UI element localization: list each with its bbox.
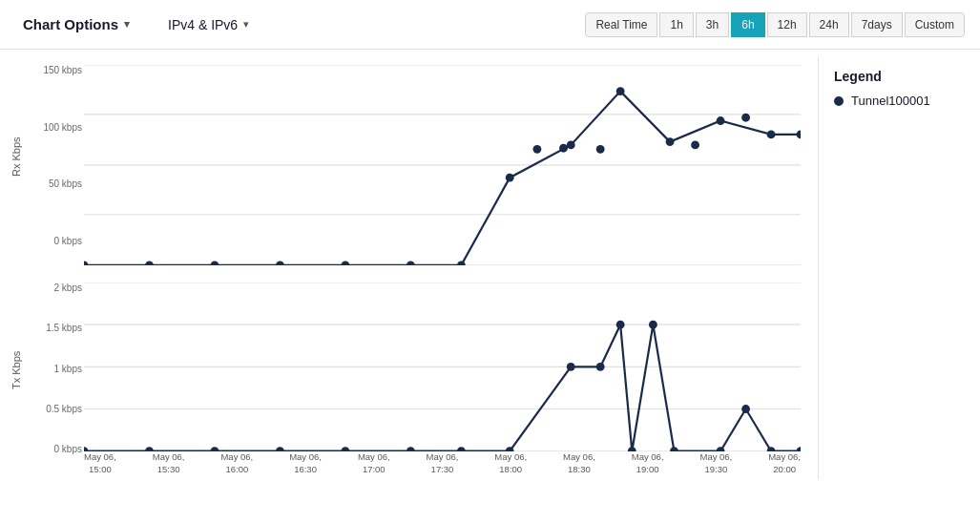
svg-point-15: [567, 141, 575, 150]
time-controls: Real Time 1h 3h 6h 12h 24h 7days Custom: [585, 12, 965, 37]
svg-point-29: [84, 447, 88, 450]
x-label-2000: May 06,20:00: [768, 451, 801, 475]
main-content: Rx Kbps 150 kbps 100 kbps 50 kbps 0 kbps: [0, 50, 980, 487]
time-btn-24h[interactable]: 24h: [809, 12, 849, 37]
time-btn-12h[interactable]: 12h: [767, 12, 807, 37]
time-btn-3h[interactable]: 3h: [696, 12, 729, 37]
svg-point-35: [457, 447, 466, 450]
x-label-1530: May 06,15:30: [153, 451, 185, 475]
rx-y-label-50: 50 kbps: [49, 178, 82, 189]
top-left-controls: Chart Options ▾ IPv4 & IPv6 ▾: [15, 12, 257, 36]
x-label-1730: May 06,17:30: [427, 451, 459, 475]
svg-point-38: [596, 363, 605, 371]
chart-options-label: Chart Options: [23, 16, 118, 32]
svg-point-22: [767, 130, 776, 138]
legend-dot-tunnel: [834, 96, 844, 106]
x-label-1930: May 06,19:30: [699, 451, 732, 475]
svg-point-23: [797, 130, 801, 138]
svg-point-37: [567, 363, 575, 371]
chart-options-chevron-icon: ▾: [124, 18, 130, 31]
rx-chart-svg-area: [84, 65, 801, 246]
rx-chart-svg: [84, 65, 801, 265]
rx-chart-label: Rx Kbps: [10, 148, 22, 177]
x-axis-labels: May 06,15:00 May 06,15:30 May 06,16:00 M…: [84, 451, 801, 475]
x-label-1830: May 06,18:30: [563, 451, 595, 475]
svg-point-31: [211, 447, 219, 450]
tx-chart-label: Tx Kbps: [10, 361, 22, 389]
tx-chart-svg: [84, 282, 801, 451]
legend-label-tunnel: Tunnel100001: [851, 94, 930, 108]
legend-title: Legend: [834, 69, 965, 84]
rx-y-label-0: 0 kbps: [54, 236, 82, 246]
svg-point-18: [666, 137, 675, 146]
tx-chart-svg-area: [84, 282, 801, 439]
tx-y-label-0.5: 0.5 kbps: [46, 404, 82, 414]
svg-point-7: [211, 261, 219, 264]
top-bar: Chart Options ▾ IPv4 & IPv6 ▾ Real Time …: [0, 0, 980, 50]
svg-point-20: [717, 116, 725, 125]
rx-y-axis: 150 kbps 100 kbps 50 kbps 0 kbps: [29, 65, 82, 246]
rx-chart-container: Rx Kbps 150 kbps 100 kbps 50 kbps 0 kbps: [0, 57, 810, 267]
svg-point-5: [84, 261, 88, 264]
svg-point-21: [741, 114, 750, 122]
svg-point-33: [341, 447, 349, 450]
svg-point-6: [145, 261, 154, 264]
time-btn-realtime[interactable]: Real Time: [585, 12, 657, 37]
svg-point-16: [596, 145, 605, 154]
ipv4-ipv6-button[interactable]: IPv4 & IPv6 ▾: [160, 13, 257, 36]
svg-point-12: [506, 174, 514, 182]
x-label-1800: May 06,18:00: [494, 451, 527, 475]
rx-y-label-150: 150 kbps: [43, 65, 82, 75]
x-label-1700: May 06,17:00: [358, 451, 390, 475]
rx-y-label-100: 100 kbps: [43, 122, 82, 133]
svg-point-19: [691, 141, 699, 150]
time-btn-1h[interactable]: 1h: [659, 12, 693, 37]
tx-y-label-1.5: 1.5 kbps: [46, 323, 82, 333]
x-label-1900: May 06,19:00: [632, 451, 664, 475]
legend-item-tunnel: Tunnel100001: [834, 94, 965, 108]
chart-options-button[interactable]: Chart Options ▾: [15, 12, 137, 36]
svg-point-41: [649, 321, 657, 329]
svg-point-17: [616, 87, 625, 95]
svg-point-30: [145, 447, 154, 450]
legend-panel: Legend Tunnel100001: [818, 57, 980, 479]
ipv4-chevron-icon: ▾: [243, 18, 249, 31]
tx-chart-container: Tx Kbps 2 kbps 1.5 kbps 1 kbps 0.5 kbps …: [0, 275, 810, 475]
svg-point-46: [797, 447, 801, 450]
svg-point-44: [741, 405, 750, 413]
svg-point-14: [559, 144, 568, 153]
charts-area: Rx Kbps 150 kbps 100 kbps 50 kbps 0 kbps: [0, 57, 818, 479]
time-btn-custom[interactable]: Custom: [905, 12, 965, 37]
tx-y-axis: 2 kbps 1.5 kbps 1 kbps 0.5 kbps 0 kbps: [29, 282, 82, 454]
svg-point-32: [276, 447, 284, 450]
tx-y-label-1: 1 kbps: [54, 364, 82, 374]
tx-y-label-2: 2 kbps: [54, 282, 82, 293]
time-btn-6h[interactable]: 6h: [731, 12, 764, 37]
x-label-1630: May 06,16:30: [289, 451, 322, 475]
svg-point-8: [276, 261, 284, 264]
svg-point-40: [628, 447, 636, 450]
svg-point-39: [616, 321, 625, 329]
time-btn-7days[interactable]: 7days: [851, 12, 903, 37]
ipv4-label: IPv4 & IPv6: [168, 17, 238, 32]
x-label-1600: May 06,16:00: [220, 451, 253, 475]
svg-point-10: [407, 261, 415, 264]
x-label-1500: May 06,15:00: [84, 451, 116, 475]
svg-point-13: [532, 145, 541, 154]
tx-y-label-0: 0 kbps: [54, 444, 82, 454]
svg-point-9: [341, 261, 349, 264]
svg-point-34: [407, 447, 415, 450]
svg-point-42: [670, 447, 678, 450]
